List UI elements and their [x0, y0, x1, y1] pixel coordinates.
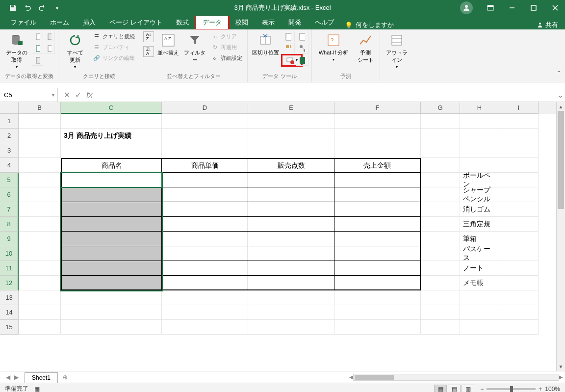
cell-G9[interactable]	[421, 232, 460, 246]
cell-C10[interactable]	[61, 246, 162, 261]
row-header-4[interactable]: 4	[0, 158, 19, 173]
row-header-7[interactable]: 7	[0, 202, 19, 217]
redo-icon[interactable]	[37, 3, 47, 13]
cell-E4[interactable]: 販売点数	[248, 158, 334, 173]
cell-H6[interactable]: シャープペンシル	[460, 187, 499, 202]
cell-I15[interactable]	[499, 320, 539, 335]
cell-C5[interactable]	[61, 173, 162, 187]
page-layout-view-button[interactable]: ▤	[448, 385, 461, 392]
sheet-nav-prev-icon[interactable]: ◀	[6, 374, 10, 381]
cell-G2[interactable]	[421, 129, 460, 143]
tab-page-layout[interactable]: ページ レイアウト	[103, 16, 169, 29]
cell-F10[interactable]	[334, 246, 421, 261]
row-header-8[interactable]: 8	[0, 217, 19, 232]
cell-H13[interactable]	[460, 290, 499, 305]
sort-button[interactable]: A Z 並べ替え	[156, 31, 180, 57]
undo-icon[interactable]	[23, 3, 32, 13]
sort-desc-icon[interactable]: Z↓A	[143, 46, 154, 57]
forecast-sheet-button[interactable]: 予測 シート	[354, 31, 377, 65]
recent-sources-icon[interactable]	[44, 43, 55, 54]
whatif-button[interactable]: ? What-If 分析 ▾	[315, 31, 352, 63]
cell-D14[interactable]	[162, 305, 248, 320]
cell-I6[interactable]	[499, 187, 539, 202]
cell-I7[interactable]	[499, 202, 539, 217]
cell-H12[interactable]: メモ帳	[460, 276, 499, 290]
cell-D11[interactable]	[162, 261, 248, 276]
cell-E9[interactable]	[248, 232, 334, 246]
tab-insert[interactable]: 挿入	[76, 16, 103, 29]
normal-view-button[interactable]: ▦	[434, 385, 447, 392]
cell-D4[interactable]: 商品単価	[162, 158, 248, 173]
get-data-button[interactable]: データの 取得 ▾	[3, 31, 30, 70]
col-header-I[interactable]: I	[499, 102, 539, 114]
cell-B4[interactable]	[19, 158, 61, 173]
col-header-F[interactable]: F	[334, 102, 421, 114]
cell-G10[interactable]	[421, 246, 460, 261]
cell-H15[interactable]	[460, 320, 499, 335]
cell-F2[interactable]	[334, 129, 421, 143]
tab-developer[interactable]: 開発	[282, 16, 308, 29]
cell-F1[interactable]	[334, 114, 421, 129]
cell-G7[interactable]	[421, 202, 460, 217]
row-header-5[interactable]: 5	[0, 173, 19, 187]
refresh-all-button[interactable]: すべて 更新 ▾	[61, 31, 89, 70]
cell-D10[interactable]	[162, 246, 248, 261]
cell-I8[interactable]	[499, 217, 539, 232]
tab-file[interactable]: ファイル	[4, 16, 43, 29]
cell-B3[interactable]	[19, 143, 61, 158]
cell-I4[interactable]	[499, 158, 539, 173]
zoom-out-button[interactable]: −	[480, 386, 484, 392]
cell-I13[interactable]	[499, 290, 539, 305]
cell-E13[interactable]	[248, 290, 334, 305]
cell-H14[interactable]	[460, 305, 499, 320]
cell-C15[interactable]	[61, 320, 162, 335]
zoom-level[interactable]: 100%	[545, 386, 560, 392]
cell-D7[interactable]	[162, 202, 248, 217]
cell-F6[interactable]	[334, 187, 421, 202]
expand-formula-bar-icon[interactable]: ⌄	[555, 88, 565, 102]
remove-duplicates-icon[interactable]	[296, 31, 308, 42]
col-header-B[interactable]: B	[19, 102, 61, 114]
cell-F5[interactable]	[334, 173, 421, 187]
row-header-12[interactable]: 12	[0, 276, 19, 290]
cell-E14[interactable]	[248, 305, 334, 320]
zoom-slider[interactable]	[487, 388, 536, 390]
cell-E10[interactable]	[248, 246, 334, 261]
cell-B13[interactable]	[19, 290, 61, 305]
col-header-D[interactable]: D	[162, 102, 248, 114]
cell-F9[interactable]	[334, 232, 421, 246]
col-header-C[interactable]: C	[61, 102, 162, 114]
cell-G4[interactable]	[421, 158, 460, 173]
cell-F11[interactable]	[334, 261, 421, 276]
cell-H2[interactable]	[460, 129, 499, 143]
cell-H9[interactable]: 筆箱	[460, 232, 499, 246]
row-header-2[interactable]: 2	[0, 129, 19, 143]
cell-C6[interactable]	[61, 187, 162, 202]
cell-E12[interactable]	[248, 276, 334, 290]
row-header-6[interactable]: 6	[0, 187, 19, 202]
from-text-icon[interactable]	[32, 31, 43, 42]
cell-E3[interactable]	[248, 143, 334, 158]
minimize-button[interactable]	[502, 0, 522, 16]
tab-formulas[interactable]: 数式	[169, 16, 196, 29]
consolidate-icon[interactable]	[282, 43, 295, 54]
row-header-13[interactable]: 13	[0, 290, 19, 305]
maximize-button[interactable]	[524, 0, 543, 16]
sort-asc-icon[interactable]: A↓Z	[143, 31, 154, 42]
from-table-icon[interactable]	[32, 43, 43, 54]
scroll-up-icon[interactable]: ▲	[557, 102, 565, 111]
cell-F4[interactable]: 売上金額	[334, 158, 421, 173]
cell-D2[interactable]	[162, 129, 248, 143]
row-header-15[interactable]: 15	[0, 320, 19, 335]
cell-C9[interactable]	[61, 232, 162, 246]
cell-B15[interactable]	[19, 320, 61, 335]
cell-H11[interactable]: ノート	[460, 261, 499, 276]
cell-E6[interactable]	[248, 187, 334, 202]
cell-C3[interactable]	[61, 143, 162, 158]
row-header-10[interactable]: 10	[0, 246, 19, 261]
cell-I3[interactable]	[499, 143, 539, 158]
hscroll-right-icon[interactable]: ▶	[559, 374, 563, 380]
cell-G6[interactable]	[421, 187, 460, 202]
sheet-nav-next-icon[interactable]: ▶	[14, 374, 19, 381]
cell-B1[interactable]	[19, 114, 61, 129]
